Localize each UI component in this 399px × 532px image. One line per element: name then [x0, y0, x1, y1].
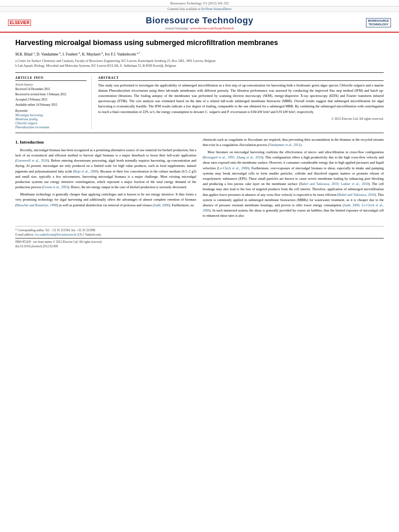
copyright-notice: © 2012 Elsevier Ltd. All rights reserved… — [98, 117, 384, 121]
email-person: (I.F.J. Vankelecom). — [77, 233, 101, 236]
body-left-column: 1. Introduction Recently, microalgal bio… — [15, 137, 196, 221]
journal-homepage-label: journal homepage: www.elsevier.com/locat… — [44, 27, 355, 30]
page-footer: * Corresponding author. Tel.: +32 16 321… — [15, 226, 384, 248]
journal-homepage-link[interactable]: www.elsevier.com/locate/biortech — [190, 27, 234, 30]
journal-logo-box: BIORESOURCE TECHNOLOGY — [366, 18, 391, 27]
affiliations: a Centre for Surface Chemistry and Catal… — [15, 59, 384, 68]
accepted-date: Accepted 2 February 2012 — [15, 98, 86, 101]
intro-para1: Recently, microalgal biomass has been re… — [15, 148, 196, 190]
right-para1: chemicals such as coagulants or floccula… — [203, 137, 384, 148]
authors-text: M.R. Bilad a, D. Vandamme b, I. Foubert … — [15, 52, 140, 56]
elsevier-logo-container: ELSEVIER — [8, 20, 44, 26]
ref-vandamme[interactable]: Vandamme et al., 2011 — [269, 143, 300, 147]
history-label: Article history: — [15, 83, 86, 86]
footer-divider — [15, 238, 384, 238]
ref-leclech1[interactable]: Le-Clech et al., 2006 — [218, 166, 249, 170]
ref-grima[interactable]: Grima et al., 2003 — [43, 185, 68, 189]
ref-raja[interactable]: Raja et al., 2008 — [74, 169, 97, 173]
keyword-4: Phaeodactylum tricornutum — [15, 125, 86, 129]
abstract-text: This study was performed to investigate … — [98, 83, 384, 115]
sciverse-link[interactable]: SciVerse ScienceDirect — [202, 7, 232, 11]
ref-judd[interactable]: Judd, 2006 — [154, 203, 169, 207]
article-info-section-label: ARTICLE INFO — [15, 76, 86, 81]
sciverse-label: Contents lists available at — [168, 7, 201, 11]
intro-para2: Membrane technology is generally cheaper… — [15, 192, 196, 208]
body-right-column: chemicals such as coagulants or floccula… — [203, 137, 384, 221]
authors-line: M.R. Bilad a, D. Vandamme b, I. Foubert … — [15, 51, 384, 57]
abstract-section-label: ABSTRACT — [98, 76, 384, 81]
journal-logo-line1: BIORESOURCE — [368, 19, 389, 23]
article-info-column: ARTICLE INFO Article history: Received 1… — [15, 76, 92, 129]
keyword-1: Microalgae harvesting — [15, 113, 86, 117]
sciverse-bar: Contents lists available at SciVerse Sci… — [0, 6, 399, 12]
received-date: Received 14 December 2011 — [15, 87, 86, 91]
email-label: E-mail address: — [15, 233, 34, 236]
journal-ref-text: Bioresource Technology 111 (2012) 343–35… — [171, 2, 229, 5]
doi-note: doi:10.1016/j.biortech.2012.02.009 — [15, 244, 384, 248]
journal-header: ELSEVIER Bioresource Technology journal … — [0, 12, 399, 33]
affil1: a Centre for Surface Chemistry and Catal… — [15, 59, 384, 64]
abstract-column: ABSTRACT This study was performed to inv… — [98, 76, 384, 129]
ref-babel[interactable]: Babel and Takizawa, 2010; Ladner et al.,… — [300, 182, 368, 186]
elsevier-logo: ELSEVIER — [8, 20, 31, 26]
ref-rossignol[interactable]: Rossignol et al., 1991; Zhang et al., 20… — [204, 155, 262, 159]
keywords-label: Keywords: — [15, 109, 86, 113]
issn-note: 0960-8524/$ - see front matter © 2012 El… — [15, 240, 384, 244]
article-title: Harvesting microalgal biomass using subm… — [15, 38, 384, 47]
article-info-abstract-row: ARTICLE INFO Article history: Received 1… — [15, 72, 384, 133]
ref-greenwell[interactable]: Greenwell et al., 2010 — [16, 158, 48, 162]
journal-logo-box-container: BIORESOURCE TECHNOLOGY — [355, 18, 391, 27]
available-online-date: Available online 14 February 2012 — [15, 103, 86, 107]
right-para2: Most literature on microalgal harvesting… — [203, 150, 384, 218]
ref-judd2[interactable]: Judd, 2006; Le-Clech et al., 2006 — [203, 203, 384, 212]
ref-babel2[interactable]: Babel and Takizawa, 2010 — [339, 193, 375, 197]
keyword-2: Membrane fouling — [15, 117, 86, 121]
journal-title: Bioresource Technology — [44, 15, 355, 26]
received-revised-date: Received in revised form 1 February 2012 — [15, 92, 86, 96]
journal-logo-line2: TECHNOLOGY — [368, 23, 389, 26]
affil2: b Lab Aquatic Biology, Microbial and Mol… — [15, 64, 384, 68]
homepage-label-text: journal homepage: — [165, 27, 189, 30]
email-note: E-mail address: ivo.vankelecom@biw.kuleu… — [15, 233, 384, 236]
corresponding-note: * Corresponding author. Tel.: +32 16 321… — [15, 228, 384, 232]
journal-title-area: Bioresource Technology journal homepage:… — [44, 15, 355, 30]
intro-heading: 1. Introduction — [15, 139, 196, 146]
journal-reference-bar: Bioresource Technology 111 (2012) 343–35… — [0, 0, 399, 6]
email-link[interactable]: ivo.vankelecom@biw.kuleuven.be — [35, 233, 77, 236]
body-content: 1. Introduction Recently, microalgal bio… — [15, 137, 384, 221]
main-content: Harvesting microalgal biomass using subm… — [0, 33, 399, 253]
ref-mouchet[interactable]: Mouchet and Bonnelye, 1998 — [16, 203, 57, 207]
keyword-3: Chlorella vulgaris — [15, 121, 86, 125]
